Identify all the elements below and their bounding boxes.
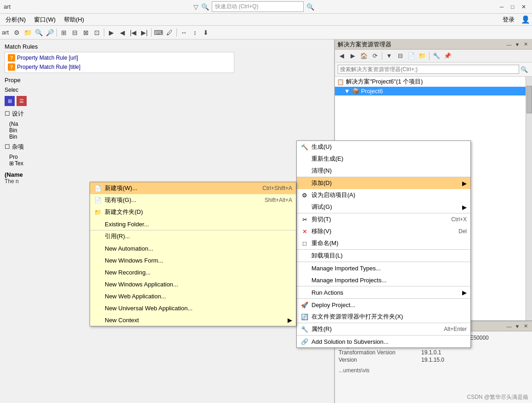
cm-new-recording[interactable]: New Recording...	[90, 266, 296, 278]
search-button-icon[interactable]: 🔍	[306, 3, 314, 11]
bottom-pin-button[interactable]: —	[505, 323, 513, 330]
cm-new-item[interactable]: 📄 新建项(W)... Ctrl+Shift+A	[90, 182, 296, 194]
cm-new-context[interactable]: New Context ▶	[90, 314, 296, 326]
toolbar-btn-14[interactable]: 🖊	[164, 28, 175, 38]
login-button[interactable]: 登录	[499, 15, 518, 25]
cm-build-label: 生成(U)	[311, 143, 332, 151]
cm-new-automation[interactable]: New Automation...	[90, 242, 296, 254]
se-close-button[interactable]: ✕	[522, 41, 529, 48]
cm-clean-label: 清理(N)	[311, 167, 332, 175]
cm-build[interactable]: 🔨 生成(U)	[297, 141, 470, 153]
cm-cut[interactable]: ✂ 剪切(T) Ctrl+X	[297, 213, 470, 225]
cm-new-winform[interactable]: New Windows Form...	[90, 254, 296, 266]
restore-button[interactable]: □	[508, 2, 517, 11]
cm-deploy[interactable]: 🚀 Deploy Project...	[297, 298, 470, 311]
cm-unload[interactable]: 卸载项目(L)	[297, 249, 470, 262]
toolbar-btn-1[interactable]: ⚙	[11, 28, 22, 38]
cm-debug[interactable]: 调试(G) ▶	[297, 201, 470, 213]
cm-properties[interactable]: 🔧 属性(R) Alt+Enter	[297, 323, 470, 335]
toolbar-btn-4[interactable]: 🔎	[45, 28, 55, 38]
project-context-menu: 🔨 生成(U) 重新生成(E) 清理(N) 添加(D) ▶ ⚙ 设为启动项目(A…	[296, 140, 471, 348]
title-bar-center: ▽ 🔍 快速启动 (Ctrl+Q) 🔍	[193, 1, 314, 12]
cm-existing-item[interactable]: 📄 现有项(G)... Shift+Alt+A	[90, 194, 296, 206]
cm-deploy-label: Deploy Project...	[311, 302, 355, 308]
menu-help[interactable]: 帮助(H)	[60, 15, 88, 25]
cm-add[interactable]: 添加(D) ▶	[297, 177, 470, 189]
design-sub-items: (Na Bin Bin	[0, 120, 334, 141]
cm-clean[interactable]: 清理(N)	[297, 165, 470, 177]
cm-new-winapp-label: New Windows Application...	[105, 281, 178, 288]
se-expand-icon: ▼	[344, 88, 350, 95]
rule-icon-2: ?	[8, 63, 15, 71]
toolbar-btn-6[interactable]: ⊟	[70, 28, 80, 38]
cm-manage-projects-label: Manage Imported Projects...	[311, 277, 386, 284]
manage-types-icon	[300, 264, 309, 272]
cm-manage-projects[interactable]: Manage Imported Projects...	[297, 274, 470, 286]
se-project-item[interactable]: ▼ 📦 Project6	[335, 87, 526, 95]
toolbar-btn-5[interactable]: ⊞	[59, 28, 69, 38]
cm-new-universal-webapp-label: New Universal Web Application...	[105, 305, 192, 312]
close-button[interactable]: ✕	[519, 2, 528, 11]
toolbar-btn-16[interactable]: ↕	[190, 28, 200, 38]
cm-reference[interactable]: 引用(R)...	[90, 230, 296, 242]
se-search-button[interactable]: 🔍	[519, 64, 529, 74]
cm-rebuild-label: 重新生成(E)	[311, 155, 343, 163]
menu-window[interactable]: 窗口(W)	[30, 15, 59, 25]
cm-existing-folder[interactable]: Existing Folder...	[90, 218, 296, 230]
toolbar-btn-2[interactable]: 📁	[23, 28, 33, 38]
cm-new-universal-webapp[interactable]: New Universal Web Application...	[90, 302, 296, 314]
se-collapse-button[interactable]: ⊟	[395, 51, 405, 61]
cm-new-folder-label: 新建文件夹(D)	[105, 208, 143, 216]
cm-set-startup[interactable]: ⚙ 设为启动项目(A)	[297, 189, 470, 201]
bottom-dropdown-button[interactable]: ▼	[514, 323, 521, 330]
se-solution-item[interactable]: 📋 解决方案"Project6"(1 个项目)	[335, 77, 526, 87]
cm-open-folder[interactable]: 🔄 在文件资源管理器中打开文件夹(X)	[297, 311, 470, 323]
toolbar-btn-15[interactable]: ↔	[179, 28, 189, 38]
se-settings-button[interactable]: 🔧	[431, 51, 441, 61]
bottom-close-button[interactable]: ✕	[522, 323, 529, 330]
cm-new-item-label: 新建项(W)...	[105, 184, 137, 192]
toolbar-btn-9[interactable]: ▶	[106, 28, 116, 38]
add-subversion-icon: 🔗	[300, 337, 309, 346]
cm-add-subversion[interactable]: 🔗 Add Solution to Subversion...	[297, 335, 470, 347]
toolbar-btn-7[interactable]: ⊠	[81, 28, 91, 38]
cm-rename[interactable]: □ 重命名(M)	[297, 237, 470, 249]
menu-analyze[interactable]: 分析(N)	[2, 15, 29, 25]
cm-rebuild[interactable]: 重新生成(E)	[297, 153, 470, 165]
toolbar-btn-8[interactable]: ⊡	[92, 28, 102, 38]
se-home-button[interactable]: 🏠	[359, 51, 369, 61]
match-rules-list: ? Property Match Rule [url] ? Property M…	[5, 52, 234, 73]
se-pin-button[interactable]: —	[505, 41, 513, 48]
toolbar-btn-11[interactable]: |◀	[128, 28, 138, 38]
cm-debug-label: 调试(G)	[311, 203, 332, 211]
cm-remove[interactable]: ✕ 移除(V) Del	[297, 225, 470, 237]
se-refresh-button[interactable]: ⟳	[370, 51, 380, 61]
existing-item-icon: 📄	[94, 196, 102, 204]
se-open-button[interactable]: 📁	[417, 51, 427, 61]
cm-open-folder-label: 在文件资源管理器中打开文件夹(X)	[311, 313, 403, 321]
cm-manage-types[interactable]: Manage Imported Types...	[297, 262, 470, 274]
se-filter-button[interactable]: ▼	[384, 51, 394, 61]
toolbar-btn-13[interactable]: ⌨	[153, 28, 164, 38]
se-scrollbar-thumb[interactable]	[526, 86, 532, 113]
se-back-button[interactable]: ◀	[337, 51, 347, 61]
se-new-solution-button[interactable]: 📄	[406, 51, 416, 61]
se-forward-button[interactable]: ▶	[348, 51, 358, 61]
toolbar-btn-3[interactable]: 🔍	[34, 28, 44, 38]
toolbar-btn-10[interactable]: ◀	[117, 28, 127, 38]
cm-run-actions[interactable]: Run Actions ▶	[297, 286, 470, 298]
cm-new-webapp[interactable]: New Web Application...	[90, 290, 296, 302]
toolbar-btn-17[interactable]: ⬇	[201, 28, 211, 38]
new-winapp-icon	[94, 280, 102, 288]
quick-launch-search[interactable]: 快速启动 (Ctrl+Q)	[212, 1, 304, 12]
cm-new-winapp[interactable]: New Windows Application...	[90, 278, 296, 290]
remove-icon: ✕	[300, 227, 309, 235]
toolbar-btn-12[interactable]: ▶|	[139, 28, 149, 38]
se-pin-toggle-button[interactable]: 📌	[442, 51, 453, 61]
minimize-button[interactable]: ─	[497, 2, 506, 11]
se-search-input[interactable]	[338, 65, 519, 74]
se-dropdown-button[interactable]: ▼	[514, 41, 521, 48]
cm-new-folder[interactable]: 📁 新建文件夹(D)	[90, 206, 296, 218]
se-scrollbar[interactable]	[526, 77, 532, 320]
design-label: 设计	[12, 110, 24, 117]
